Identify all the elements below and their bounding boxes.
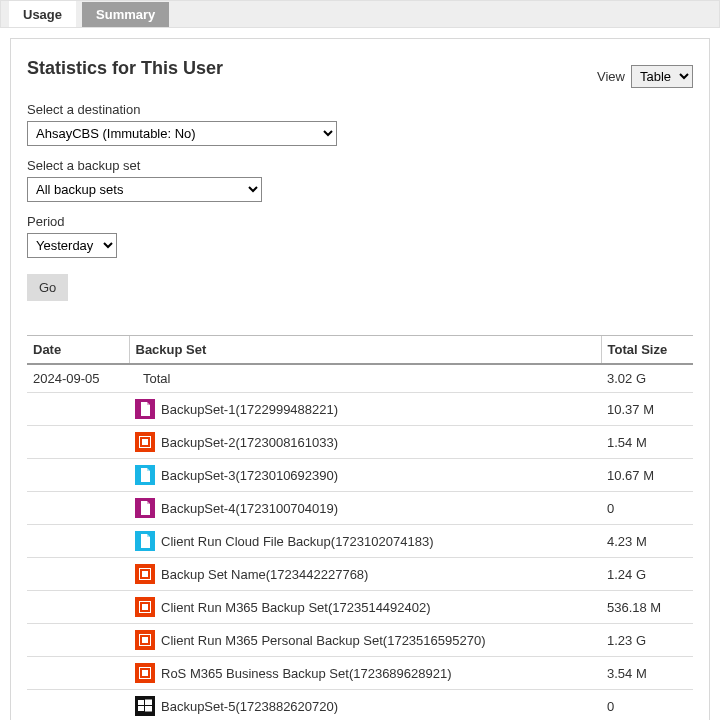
cell-size: 10.67 M	[601, 459, 693, 492]
svg-rect-28	[145, 706, 152, 712]
backupset-name[interactable]: Client Run Cloud File Backup(17231020741…	[161, 534, 433, 549]
table-row-total: 2024-09-05Total3.02 G	[27, 364, 693, 393]
backupset-name[interactable]: Client Run M365 Personal Backup Set(1723…	[161, 633, 486, 648]
cell-size-total: 3.02 G	[601, 364, 693, 393]
cell-backupset: Client Run Cloud File Backup(17231020741…	[129, 525, 601, 558]
period-select[interactable]: Yesterday	[27, 233, 117, 258]
col-header-totalsize: Total Size	[601, 336, 693, 365]
destination-label: Select a destination	[27, 102, 693, 117]
cell-backupset-total: Total	[129, 364, 601, 393]
cell-date	[27, 624, 129, 657]
cell-date	[27, 690, 129, 721]
col-header-date: Date	[27, 336, 129, 365]
table-row: BackupSet-5(1723882620720)0	[27, 690, 693, 721]
backupset-name[interactable]: BackupSet-5(1723882620720)	[161, 699, 338, 714]
office-orange-icon	[135, 432, 155, 452]
tab-usage[interactable]: Usage	[9, 1, 76, 27]
cell-backupset: Client Run M365 Backup Set(1723514492402…	[129, 591, 601, 624]
file-magenta-icon	[135, 399, 155, 419]
view-control: View Table	[597, 65, 693, 88]
cell-size: 1.23 G	[601, 624, 693, 657]
table-row: Backup Set Name(1723442227768)1.24 G	[27, 558, 693, 591]
backupset-select[interactable]: All backup sets	[27, 177, 262, 202]
table-row: Client Run Cloud File Backup(17231020741…	[27, 525, 693, 558]
office-orange-icon	[135, 663, 155, 683]
panel-title: Statistics for This User	[27, 57, 223, 80]
view-label: View	[597, 69, 625, 84]
go-button[interactable]: Go	[27, 274, 68, 301]
table-row: RoS M365 Business Backup Set(17236896289…	[27, 657, 693, 690]
cell-date	[27, 492, 129, 525]
destination-select[interactable]: AhsayCBS (Immutable: No)	[27, 121, 337, 146]
svg-rect-25	[138, 700, 144, 705]
svg-rect-26	[145, 700, 152, 706]
svg-rect-4	[142, 439, 148, 445]
cell-date	[27, 426, 129, 459]
backupset-name[interactable]: Backup Set Name(1723442227768)	[161, 567, 368, 582]
backupset-name[interactable]: BackupSet-3(1723010692390)	[161, 468, 338, 483]
svg-rect-11	[142, 571, 148, 577]
cell-date	[27, 459, 129, 492]
destination-field: Select a destination AhsayCBS (Immutable…	[27, 102, 693, 146]
period-label: Period	[27, 214, 693, 229]
cell-backupset: BackupSet-2(1723008161033)	[129, 426, 601, 459]
svg-rect-27	[138, 706, 144, 711]
cell-backupset: Backup Set Name(1723442227768)	[129, 558, 601, 591]
table-row: BackupSet-2(1723008161033)1.54 M	[27, 426, 693, 459]
cell-size: 1.54 M	[601, 426, 693, 459]
cell-backupset: BackupSet-5(1723882620720)	[129, 690, 601, 721]
table-row: BackupSet-1(1722999488221)10.37 M	[27, 393, 693, 426]
tab-bar: Usage Summary	[0, 0, 720, 28]
cell-size: 1.24 G	[601, 558, 693, 591]
cell-size: 10.37 M	[601, 393, 693, 426]
view-select[interactable]: Table	[631, 65, 693, 88]
windows-black-icon	[135, 696, 155, 716]
file-cyan-icon	[135, 531, 155, 551]
cell-date	[27, 393, 129, 426]
backupset-name[interactable]: Client Run M365 Backup Set(1723514492402…	[161, 600, 431, 615]
svg-rect-23	[142, 670, 148, 676]
cell-backupset: BackupSet-4(1723100704019)	[129, 492, 601, 525]
table-row: BackupSet-3(1723010692390)10.67 M	[27, 459, 693, 492]
backupset-name[interactable]: BackupSet-1(1722999488221)	[161, 402, 338, 417]
table-row: BackupSet-4(1723100704019)0	[27, 492, 693, 525]
backupset-name[interactable]: BackupSet-4(1723100704019)	[161, 501, 338, 516]
table-header-row: Date Backup Set Total Size	[27, 336, 693, 365]
cell-date	[27, 657, 129, 690]
cell-size: 0	[601, 492, 693, 525]
cell-date	[27, 591, 129, 624]
cell-size: 4.23 M	[601, 525, 693, 558]
backupset-name[interactable]: BackupSet-2(1723008161033)	[161, 435, 338, 450]
office-orange-icon	[135, 597, 155, 617]
table-row: Client Run M365 Backup Set(1723514492402…	[27, 591, 693, 624]
cell-backupset: BackupSet-1(1722999488221)	[129, 393, 601, 426]
statistics-table: Date Backup Set Total Size 2024-09-05Tot…	[27, 335, 693, 720]
cell-backupset: BackupSet-3(1723010692390)	[129, 459, 601, 492]
svg-rect-19	[142, 637, 148, 643]
period-field: Period Yesterday	[27, 214, 693, 258]
office-orange-icon	[135, 564, 155, 584]
tab-summary[interactable]: Summary	[82, 2, 169, 27]
table-row: Client Run M365 Personal Backup Set(1723…	[27, 624, 693, 657]
cell-date	[27, 525, 129, 558]
backupset-label: Select a backup set	[27, 158, 693, 173]
cell-size: 0	[601, 690, 693, 721]
cell-date	[27, 558, 129, 591]
total-label: Total	[143, 371, 170, 386]
cell-size: 536.18 M	[601, 591, 693, 624]
cell-size: 3.54 M	[601, 657, 693, 690]
cell-backupset: RoS M365 Business Backup Set(17236896289…	[129, 657, 601, 690]
file-cyan-icon	[135, 465, 155, 485]
file-magenta-icon	[135, 498, 155, 518]
backupset-name[interactable]: RoS M365 Business Backup Set(17236896289…	[161, 666, 452, 681]
office-orange-icon	[135, 630, 155, 650]
cell-backupset: Client Run M365 Personal Backup Set(1723…	[129, 624, 601, 657]
svg-rect-15	[142, 604, 148, 610]
backupset-field: Select a backup set All backup sets	[27, 158, 693, 202]
statistics-panel: Statistics for This User View Table Sele…	[10, 38, 710, 720]
cell-date: 2024-09-05	[27, 364, 129, 393]
col-header-backupset: Backup Set	[129, 336, 601, 365]
panel-header: Statistics for This User View Table	[27, 57, 693, 88]
